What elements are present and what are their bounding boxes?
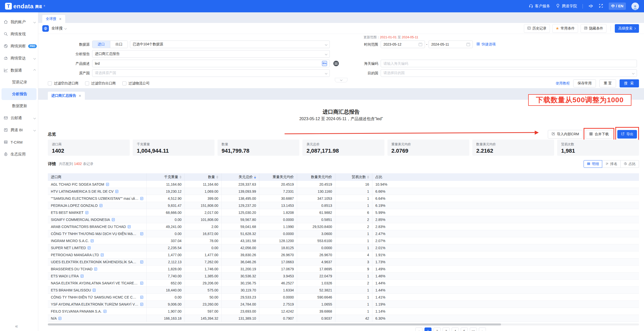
company-card-icon[interactable] [106,183,109,186]
date-to-input[interactable]: 2024-05-11 [428,41,473,48]
customer-service-link[interactable]: 客户服务 [529,4,550,9]
sidebar-item-tcrm[interactable]: T-CRM [0,136,38,148]
scrollbar-thumb[interactable] [48,323,501,325]
column-header-美元总价[interactable]: 美元总价 [222,173,259,181]
view-明细-button[interactable]: 明细 [584,160,602,168]
company-card-icon[interactable] [93,288,96,292]
company-card-icon[interactable] [99,204,102,207]
academy-link[interactable]: 腾道学院 [556,4,577,9]
sidebar-item-discover[interactable]: 商情发现 [0,28,38,40]
column-header-进口商[interactable]: 进口商 [48,173,147,181]
quick-options-link[interactable]: 快捷选项 [476,42,496,47]
sidebar-item-bi[interactable]: 腾道 BI [0,124,38,136]
company-card-icon[interactable] [140,260,143,264]
report-type-select[interactable]: 进口商汇总报告 [92,50,330,58]
filter-checkbox[interactable]: 过滤物流公司 [122,81,150,86]
view-占比-button[interactable]: 占比 [621,160,639,168]
company-card-icon[interactable] [140,295,143,299]
dest-country-select[interactable]: 请选择目的国 [381,69,637,77]
sidebar-item-account[interactable]: 我的账户 [0,16,38,28]
column-header-数量[interactable]: 数量 [185,173,222,181]
close-icon[interactable]: ✕ [59,17,62,21]
column-header-千克重量[interactable]: 千克重量 [147,173,185,181]
sort-icon[interactable] [180,176,182,179]
origin-country-select[interactable]: 请选择原产国 [92,69,330,77]
sidebar-subitem-贸易记录[interactable]: 贸易记录 [2,76,37,88]
history-button[interactable]: 历史记录 [524,24,550,33]
company-card-icon[interactable] [88,246,91,250]
checkbox-box-icon[interactable] [85,81,89,85]
date-from-input[interactable]: 2023-05-12 [381,41,425,48]
sort-icon[interactable] [216,176,218,179]
tab-importer-report[interactable]: 进口商汇总报告 ✕ [48,92,85,100]
import-crm-button[interactable]: 导入内部CRM [548,130,583,139]
company-card-icon[interactable] [140,281,143,285]
sidebar-item-insight[interactable]: 商情洞察PRO [0,40,38,52]
filter-checkbox[interactable]: 过滤空白出口商 [85,81,116,86]
tendata-logo[interactable]: T endata 腾道 ® [5,3,45,10]
tab-global-search[interactable]: 全球搜 ✕ [42,15,65,23]
sidebar-item-cloudmail[interactable]: 云邮通 [0,112,38,124]
favorite-conditions-button[interactable]: ★ 常用条件 [552,24,578,33]
company-card-icon[interactable] [94,267,97,271]
view-排名-button[interactable]: 排名 [602,160,621,168]
datasource-select[interactable]: 已选中104个数据源 [130,41,330,48]
sort-icon[interactable] [254,176,256,179]
filter-checkbox[interactable]: 过滤空白进口商 [48,81,79,86]
company-card-icon[interactable] [128,225,131,228]
checkbox-box-icon[interactable] [48,81,52,85]
company-card-icon[interactable] [58,317,61,320]
close-icon[interactable]: ✕ [79,94,81,98]
company-card-icon[interactable] [91,239,94,243]
sidebar-subitem-分析报告[interactable]: 分析报告 [2,88,37,100]
company-card-icon[interactable] [103,310,106,313]
translate-icon[interactable]: 中A [322,61,327,66]
sidebar-item-eco[interactable]: 生态应用 [0,148,38,160]
megaphone-icon[interactable] [588,4,593,9]
collapse-filters-button[interactable] [335,78,347,82]
column-header-重量美元均价[interactable]: 重量美元均价 [259,173,297,181]
product-desc-input[interactable] [95,61,322,65]
reset-button[interactable]: 重 置 [599,79,616,87]
page-button-1[interactable]: 1 [424,327,432,331]
horizontal-scrollbar[interactable] [48,323,639,325]
module-selector[interactable]: 全球搜 [51,26,66,31]
company-card-icon[interactable] [140,232,143,236]
checkbox-box-icon[interactable] [122,81,126,85]
column-header-贸易次数[interactable]: 贸易次数 [335,173,372,181]
export-toggle[interactable]: 出口 [110,41,128,48]
company-card-icon[interactable] [140,303,143,306]
company-card-icon[interactable] [101,253,104,257]
save-conditions-button[interactable]: 保存常用 [573,79,596,87]
tutorial-link[interactable]: 使用教程 [556,81,570,86]
column-header-数量美元均价[interactable]: 数量美元均价 [297,173,335,181]
sidebar-item-datahub[interactable]: 数据通 [0,64,38,76]
merge-download-button[interactable]: 合并下载 [586,130,612,139]
page-button-2[interactable]: 2 [434,327,441,331]
company-card-icon[interactable] [81,274,84,278]
user-avatar[interactable] [631,3,639,10]
page-button-›[interactable]: › [479,327,486,331]
page-button-5[interactable]: 5 [461,327,468,331]
language-toggle[interactable]: 中 / EN [609,3,626,10]
sort-icon[interactable] [367,176,369,179]
page-button-4[interactable]: 4 [452,327,459,331]
company-card-icon[interactable] [85,211,88,214]
hidden-conditions-button[interactable]: 隐藏条件 [581,24,606,33]
hs-code-input[interactable] [383,61,634,65]
match-mode-icon[interactable] [333,61,339,66]
company-card-icon[interactable] [112,218,115,221]
page-button-‹[interactable]: ‹ [415,327,422,331]
company-card-icon[interactable] [115,190,118,193]
column-header-占比[interactable]: 占比 [372,173,639,181]
page-button-•••[interactable]: ••• [470,327,477,331]
sidebar-collapse-button[interactable]: « [15,323,18,329]
advanced-search-button[interactable]: 高级搜索 [615,24,639,33]
page-button-3[interactable]: 3 [443,327,450,331]
export-button[interactable]: 导出 [617,130,637,139]
sidebar-subitem-数据更新[interactable]: 数据更新 [2,100,37,112]
search-button[interactable]: 搜 索 [620,79,639,87]
import-toggle[interactable]: 进口 [92,41,110,48]
company-card-icon[interactable] [140,197,143,200]
fullscreen-icon[interactable] [599,4,603,9]
